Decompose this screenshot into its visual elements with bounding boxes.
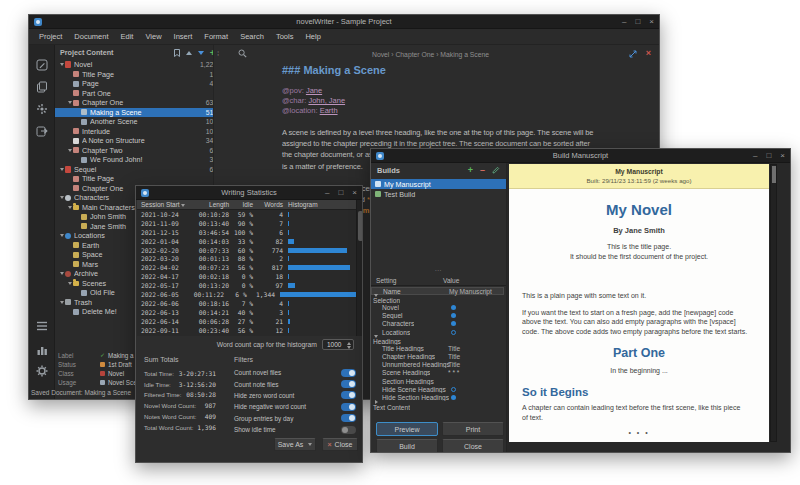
tag-value-link[interactable]: John, Jane	[308, 96, 345, 105]
setting-row[interactable]: Novel	[371, 303, 504, 311]
settings-gear-icon[interactable]	[36, 365, 48, 377]
print-button[interactable]: Print	[442, 422, 504, 436]
menu-document[interactable]: Document	[68, 29, 114, 45]
editor-splitter-handle[interactable]: ⁞	[217, 49, 219, 58]
session-row[interactable]: 2022-09-1100:23:4056 %12	[137, 326, 356, 335]
session-row[interactable]: 2022-04-0200:07:2356 %817	[137, 263, 356, 272]
expander-icon[interactable]	[60, 272, 64, 275]
session-row[interactable]: 2021-10-2400:10:2859 %4	[137, 210, 356, 219]
expander-icon[interactable]	[60, 196, 64, 199]
session-row[interactable]: 2022-06-0500:11:226 %1,344	[137, 290, 356, 299]
col-session-start[interactable]: Session Start	[137, 201, 193, 208]
setting-row[interactable]: Selection	[371, 295, 504, 303]
session-row[interactable]: 2022-02-2000:07:3360 %774	[137, 246, 356, 255]
main-titlebar[interactable]: novelWriter - Sample Project – □ ×	[29, 15, 659, 29]
project-details-icon[interactable]	[36, 81, 48, 93]
menu-project[interactable]: Project	[33, 29, 68, 45]
expander-icon[interactable]	[68, 149, 72, 152]
build-list-item[interactable]: Test Build	[371, 189, 506, 199]
expander-icon[interactable]	[60, 301, 64, 304]
setting-row[interactable]: Headings	[371, 336, 504, 344]
session-row[interactable]: 2022-05-1700:13:200 %97	[137, 281, 356, 290]
expander-icon[interactable]	[374, 294, 378, 297]
session-row[interactable]: 2021-11-0900:13:4090 %7	[137, 219, 356, 228]
editor-icon[interactable]	[36, 59, 48, 71]
setting-row[interactable]: Text Content	[371, 402, 504, 410]
setting-row[interactable]: Scene Headings* * *	[371, 369, 504, 377]
maximize-icon[interactable]: □	[635, 15, 640, 29]
move-up-icon[interactable]	[186, 51, 192, 55]
edit-build-icon[interactable]	[492, 166, 500, 174]
setting-row[interactable]: Title HeadingsTitle	[371, 344, 504, 352]
table-scrollbar[interactable]	[356, 200, 363, 336]
save-as-button[interactable]: Save As	[274, 438, 316, 451]
build-titlebar[interactable]: Build Manuscript – □ ×	[371, 149, 790, 163]
editor-close-icon[interactable]: ×	[646, 48, 651, 58]
close-icon[interactable]: ×	[649, 15, 654, 29]
toggle-switch[interactable]	[341, 403, 356, 411]
expander-icon[interactable]	[60, 63, 64, 66]
maximize-icon[interactable]: □	[766, 149, 771, 163]
setting-row[interactable]: Sequel	[371, 312, 504, 320]
close-icon[interactable]: ×	[780, 149, 785, 163]
editor-expand-icon[interactable]	[629, 50, 637, 58]
move-down-icon[interactable]	[198, 51, 204, 55]
session-row[interactable]: 2022-03-2000:01:1388 %2	[137, 254, 356, 263]
menu-view[interactable]: View	[139, 29, 167, 45]
close-icon[interactable]: ×	[352, 186, 357, 200]
session-row[interactable]: 2022-01-0400:14:0333 %82	[137, 237, 356, 246]
minimize-icon[interactable]: –	[753, 149, 757, 163]
setting-row[interactable]: Characters	[371, 320, 504, 328]
col-words[interactable]: Words	[253, 201, 283, 208]
remove-build-icon[interactable]: –	[480, 166, 485, 174]
spin-down-icon[interactable]	[347, 346, 351, 349]
export-icon[interactable]	[36, 125, 48, 137]
splitter-handle[interactable]: ⋯	[371, 268, 506, 274]
expander-icon[interactable]	[68, 282, 72, 285]
build-button[interactable]: Build	[376, 439, 438, 453]
setting-row[interactable]: Hide Scene Headings	[371, 385, 504, 393]
toggle-switch[interactable]	[341, 369, 356, 377]
expander-icon[interactable]	[375, 400, 378, 404]
cap-spinbox[interactable]: 1000	[322, 339, 354, 350]
preview-scrollbar[interactable]	[770, 164, 777, 442]
minimize-icon[interactable]: –	[622, 15, 626, 29]
menu-edit[interactable]: Edit	[115, 29, 140, 45]
outline-list-icon[interactable]	[36, 320, 48, 332]
close-button[interactable]: Close	[442, 439, 504, 453]
session-row[interactable]: 2022-06-1400:06:2827 %21	[137, 317, 356, 326]
menu-insert[interactable]: Insert	[168, 29, 199, 45]
toggle-switch[interactable]	[341, 380, 356, 388]
setting-row[interactable]: Chapter HeadingsTitle	[371, 353, 504, 361]
bookmark-icon[interactable]	[174, 49, 180, 57]
session-row[interactable]: 2022-06-1300:14:2140 %3	[137, 308, 356, 317]
spin-up-icon[interactable]	[347, 342, 351, 345]
col-histogram[interactable]: Histogram	[283, 201, 356, 208]
setting-row[interactable]: Section Headings	[371, 377, 504, 385]
stats-chart-icon[interactable]	[36, 344, 48, 356]
expander-icon[interactable]	[374, 335, 378, 338]
add-build-icon[interactable]: +	[468, 166, 473, 174]
stats-titlebar[interactable]: Writing Statistics – □ ×	[136, 186, 362, 200]
expander-icon[interactable]	[68, 206, 72, 209]
maximize-icon[interactable]: □	[338, 186, 343, 200]
session-row[interactable]: 2022-04-1700:02:180 %18	[137, 272, 356, 281]
toggle-switch[interactable]	[341, 391, 356, 399]
setting-row[interactable]: Unnumbered HeadingsTitle	[371, 361, 504, 369]
search-icon[interactable]	[238, 49, 247, 58]
close-button[interactable]: ×Close	[322, 438, 358, 451]
expander-icon[interactable]	[60, 234, 64, 237]
col-idle[interactable]: Idle	[229, 201, 253, 208]
toggle-switch[interactable]	[341, 414, 356, 422]
menu-tools[interactable]: Tools	[270, 29, 300, 45]
menu-format[interactable]: Format	[198, 29, 234, 45]
build-list-item[interactable]: My Manuscript	[371, 179, 506, 189]
col-length[interactable]: Length	[193, 201, 229, 208]
preview-button[interactable]: Preview	[376, 422, 438, 436]
session-row[interactable]: 2021-12-1503:46:54100 %6	[137, 228, 356, 237]
expander-icon[interactable]	[60, 168, 64, 171]
session-row[interactable]: 2022-06-0600:18:167 %4	[137, 299, 356, 308]
tag-value-link[interactable]: Earth	[320, 106, 338, 115]
minimize-icon[interactable]: –	[325, 186, 329, 200]
tag-value-link[interactable]: Jane	[306, 86, 322, 95]
